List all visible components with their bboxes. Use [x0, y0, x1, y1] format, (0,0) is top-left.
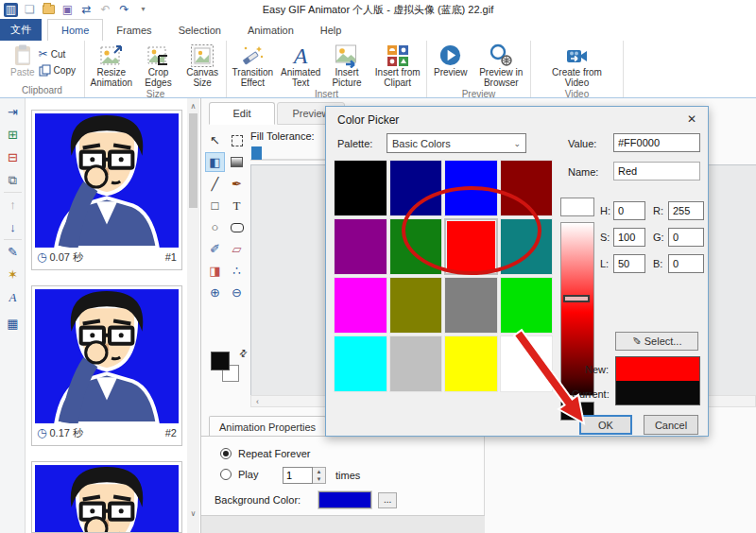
- new-file-icon[interactable]: ❏: [23, 3, 37, 17]
- crop-edges-button[interactable]: Crop Edges: [138, 42, 180, 89]
- r-input[interactable]: [668, 201, 704, 220]
- zoom-out-tool-icon[interactable]: ⊖: [227, 283, 247, 302]
- scroll-up-icon[interactable]: ∧: [187, 100, 199, 112]
- palette-color-swatch[interactable]: [500, 335, 554, 392]
- palette-color-swatch[interactable]: [444, 277, 498, 334]
- close-icon[interactable]: ✕: [681, 111, 702, 128]
- slider-handle[interactable]: [251, 146, 262, 160]
- h-input[interactable]: [613, 201, 645, 220]
- create-from-video-button[interactable]: Create from Video: [548, 42, 607, 89]
- foreground-color-swatch[interactable]: [211, 352, 230, 370]
- scroll-down-icon[interactable]: ∨: [187, 507, 199, 520]
- gradient-tool-icon[interactable]: [227, 152, 247, 172]
- edit-frame-icon[interactable]: ✎: [0, 242, 26, 261]
- open-folder-icon[interactable]: [42, 3, 56, 17]
- l-input[interactable]: [613, 254, 645, 273]
- insert-from-clipart-button[interactable]: Insert from Clipart: [370, 42, 424, 89]
- spray-tool-icon[interactable]: ∴: [227, 261, 247, 281]
- palette-color-swatch[interactable]: [444, 335, 498, 392]
- value-input[interactable]: [613, 133, 700, 152]
- export-frame-icon[interactable]: ⇥: [0, 102, 26, 121]
- fill-bucket-tool-icon[interactable]: ◧: [205, 152, 225, 172]
- lightness-slider-handle[interactable]: [563, 295, 590, 302]
- tab-home[interactable]: Home: [47, 19, 103, 41]
- cut-button[interactable]: ✂ Cut: [39, 47, 76, 60]
- palette-dropdown[interactable]: Basic Colors ⌄: [387, 133, 526, 153]
- eraser-tool-icon[interactable]: ▱: [227, 239, 247, 259]
- palette-color-swatch[interactable]: [389, 277, 443, 334]
- marquee-tool-icon[interactable]: [227, 130, 247, 150]
- repeat-forever-radio[interactable]: [220, 448, 232, 459]
- transition-effect-button[interactable]: Transition Effect: [229, 42, 277, 89]
- spin-up-icon[interactable]: ▲: [313, 468, 325, 475]
- rounded-rect-tool-icon[interactable]: [227, 217, 247, 237]
- palette-color-swatch[interactable]: [334, 218, 387, 275]
- b-input[interactable]: [668, 254, 704, 273]
- insert-picture-button[interactable]: Insert Picture: [325, 42, 369, 89]
- paste-button[interactable]: Paste: [9, 42, 37, 79]
- ok-button[interactable]: OK: [579, 415, 632, 435]
- s-input[interactable]: [613, 228, 645, 247]
- preview-button[interactable]: Preview: [429, 42, 472, 79]
- play-radio[interactable]: [220, 469, 232, 480]
- app-icon[interactable]: ▥: [4, 3, 18, 17]
- frame-card-1[interactable]: ◷0.07 秒 #1: [31, 110, 182, 270]
- rectangle-tool-icon[interactable]: □: [205, 196, 225, 215]
- eyedropper-tool-icon[interactable]: ✐: [205, 239, 225, 259]
- tab-frames[interactable]: Frames: [103, 19, 164, 41]
- select-color-button[interactable]: ✐ Select...: [615, 332, 698, 351]
- redo-icon[interactable]: ↷: [117, 3, 131, 17]
- palette-color-swatch[interactable]: [500, 277, 554, 334]
- delete-frame-icon[interactable]: ⊟: [0, 147, 26, 166]
- frame-grid-icon[interactable]: ▦: [0, 314, 26, 333]
- magic-wand-icon[interactable]: ✶: [0, 265, 26, 284]
- frame-list-scrollbar[interactable]: ∧ ∨: [187, 98, 199, 533]
- export-icon[interactable]: ⇄: [79, 3, 94, 17]
- tab-selection[interactable]: Selection: [165, 19, 234, 41]
- palette-color-swatch[interactable]: [389, 335, 443, 392]
- lightness-top-swatch[interactable]: [560, 198, 594, 216]
- animated-text-button[interactable]: A Animated Text: [279, 42, 323, 89]
- preview-in-browser-button[interactable]: Preview in Browser: [474, 42, 528, 89]
- repeat-forever-option[interactable]: Repeat Forever: [220, 448, 310, 459]
- replace-color-tool-icon[interactable]: ◨: [205, 261, 225, 281]
- tab-edit[interactable]: Edit: [209, 102, 275, 125]
- text-tool-icon[interactable]: T: [227, 196, 247, 215]
- save-icon[interactable]: ▣: [60, 3, 75, 17]
- brush-tool-icon[interactable]: ✒: [227, 174, 247, 194]
- zoom-in-tool-icon[interactable]: ⊕: [205, 283, 225, 302]
- play-option[interactable]: Play: [220, 469, 258, 480]
- move-frame-up-icon[interactable]: ↑: [0, 195, 26, 214]
- undo-icon[interactable]: ↶: [98, 3, 112, 17]
- palette-color-swatch[interactable]: [334, 335, 387, 392]
- duplicate-frame-icon[interactable]: ⧉: [0, 170, 26, 189]
- move-frame-down-icon[interactable]: ↓: [0, 217, 26, 236]
- copy-button[interactable]: Copy: [39, 64, 76, 77]
- frame-card-3[interactable]: [31, 461, 182, 533]
- bg-color-browse-button[interactable]: ...: [378, 492, 397, 508]
- qat-customize-icon[interactable]: ▾: [136, 3, 150, 17]
- name-input[interactable]: [613, 162, 700, 181]
- ellipse-tool-icon[interactable]: ○: [205, 217, 225, 237]
- frame-card-2[interactable]: ◷0.17 秒 #2: [31, 285, 182, 446]
- resize-animation-button[interactable]: Resize Animation: [87, 42, 136, 89]
- scrollbar-thumb[interactable]: [189, 113, 198, 208]
- g-input[interactable]: [668, 228, 704, 247]
- scroll-left-icon[interactable]: ‹: [251, 396, 264, 406]
- canvas-size-button[interactable]: Canvas Size: [180, 42, 224, 89]
- palette-color-swatch[interactable]: [334, 160, 387, 216]
- swap-colors-icon[interactable]: ⇄: [236, 347, 249, 360]
- select-tool-icon[interactable]: ↖: [205, 130, 225, 150]
- spin-down-icon[interactable]: ▼: [313, 475, 325, 483]
- palette-color-swatch[interactable]: [334, 277, 387, 334]
- line-tool-icon[interactable]: ╱: [205, 174, 225, 194]
- tab-animation-properties[interactable]: Animation Properties: [209, 416, 326, 437]
- cancel-button[interactable]: Cancel: [644, 415, 698, 435]
- play-times-input[interactable]: [283, 467, 313, 484]
- tab-help[interactable]: Help: [307, 19, 355, 41]
- tab-animation[interactable]: Animation: [234, 19, 307, 41]
- tab-file[interactable]: 文件: [0, 19, 42, 41]
- add-frame-icon[interactable]: ⊞: [0, 125, 26, 144]
- text-tool-icon[interactable]: A: [0, 287, 26, 306]
- play-times-spinner[interactable]: ▲▼: [313, 467, 326, 484]
